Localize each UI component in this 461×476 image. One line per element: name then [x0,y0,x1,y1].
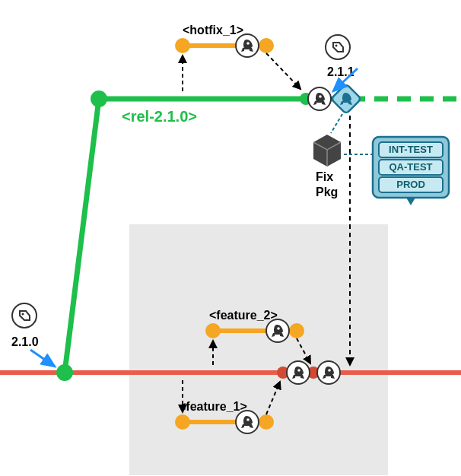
release-start-commit [56,364,73,381]
tag-left-label: 2.1.0 [11,335,39,348]
feature1-commit-end [259,414,274,430]
hotfix-branch-label: <hotfix_1> [183,24,243,36]
environments-panel: INT-TEST QA-TEST PROD [373,137,449,205]
hotfix-merge-back-arrow [266,53,300,89]
feature1-commit-start [175,414,190,430]
tag-left-arrow [30,350,55,367]
package-icon [313,135,341,167]
release-branch-commit [91,90,107,107]
rocket-icon [287,361,310,384]
hotfix-commit-end [259,38,274,53]
hotfix-commit-start [175,38,190,53]
feature1-branch-label: <feature_1> [179,400,247,413]
feature2-commit-end [289,323,304,338]
rocket-icon [308,87,331,110]
env-label-0: INT-TEST [389,144,433,155]
tag-icon [326,35,350,59]
package-label-1: Fix [316,170,333,183]
rocket-icon [236,34,259,57]
feature2-commit-start [205,323,221,338]
rocket-icon [236,411,259,433]
rocket-icon [266,319,289,342]
feature2-branch-label: <feature_2> [209,309,278,322]
package-label-2: Pkg [316,186,338,198]
tag-icon [12,303,37,328]
svg-marker-11 [406,198,415,205]
env-label-2: PROD [396,179,425,190]
env-label-1: QA-TEST [389,161,432,173]
branching-diagram: <rel-2.1.0> <hotfix_1> 2.1.1 2.1.0 Fix P… [0,0,461,476]
rocket-icon [317,361,340,384]
deploy-to-pkg-line [331,114,342,133]
release-branch-label: <rel-2.1.0> [122,108,197,125]
